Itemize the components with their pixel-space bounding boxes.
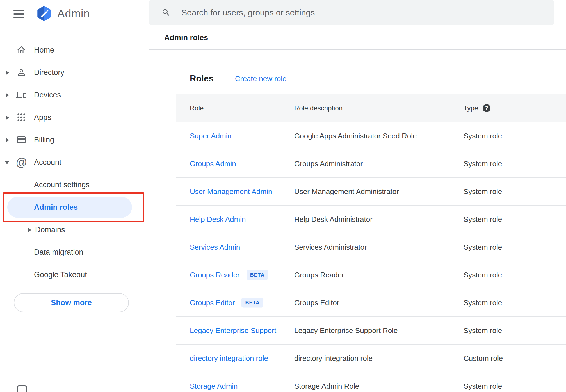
sidebar-item-account[interactable]: @ Account (0, 151, 149, 174)
role-description: Help Desk Administrator (294, 215, 373, 224)
sidebar-item-label: Google Takeout (34, 270, 87, 279)
role-description: Storage Admin Role (294, 382, 359, 391)
sidebar-item-domains[interactable]: Domains (0, 218, 149, 241)
sidebar-item-label: Account settings (34, 181, 90, 189)
show-more-button[interactable]: Show more (14, 293, 129, 312)
role-link[interactable]: Groups Editor (190, 298, 235, 307)
search-icon (161, 8, 171, 17)
help-icon[interactable]: ? (483, 104, 490, 112)
role-link[interactable]: Storage Admin (190, 382, 238, 391)
sidebar-item-apps[interactable]: Apps (0, 106, 149, 129)
chevron-right-icon[interactable] (6, 70, 9, 75)
credit-card-icon (16, 135, 26, 145)
role-description: directory integration role (294, 354, 373, 363)
column-header-type: Type ? (464, 104, 490, 112)
sidebar-item-directory[interactable]: Directory (0, 61, 149, 84)
roles-panel: Roles Create new role Role Role descript… (176, 63, 566, 392)
role-description: Groups Editor (294, 298, 339, 307)
table-row: Help Desk Admin Help Desk Administrator … (176, 205, 566, 233)
role-description: Groups Reader (294, 271, 344, 279)
sidebar-item-label: Billing (34, 136, 54, 144)
table-row: Services Admin Services Administrator Sy… (176, 233, 566, 261)
table-row: Groups Editor BETA Groups Editor System … (176, 289, 566, 316)
role-type: System role (464, 271, 502, 279)
sidebar-item-home[interactable]: Home (0, 39, 149, 61)
sidebar-item-label: Domains (35, 225, 65, 234)
table-row: Groups Reader BETA Groups Reader System … (176, 261, 566, 289)
breadcrumb: Admin roles (164, 33, 208, 42)
admin-hexagon-icon (35, 5, 53, 22)
table-row: User Management Admin User Management Ad… (176, 177, 566, 205)
table-row: Super Admin Google Apps Administrator Se… (176, 122, 566, 150)
sidebar-divider (0, 364, 149, 364)
sidebar-nav: Home Directory Devices Apps Billing (0, 39, 149, 286)
role-link[interactable]: Services Admin (190, 243, 240, 252)
role-link[interactable]: directory integration role (190, 354, 268, 363)
table-row: Storage Admin Storage Admin Role System … (176, 372, 566, 392)
sidebar-item-account-settings[interactable]: Account settings (0, 174, 149, 196)
role-type: System role (464, 215, 502, 224)
role-type: System role (464, 298, 502, 307)
role-link[interactable]: Groups Reader (190, 271, 240, 279)
role-type: System role (464, 243, 502, 252)
role-type: System role (464, 326, 502, 335)
sidebar-item-label: Directory (34, 68, 64, 77)
at-icon: @ (16, 156, 27, 169)
sidebar-item-label: Admin roles (34, 203, 78, 212)
beta-badge: BETA (241, 298, 263, 308)
role-type: System role (464, 187, 502, 196)
role-link[interactable]: User Management Admin (190, 187, 272, 196)
feedback-icon[interactable] (17, 385, 27, 392)
role-type: Custom role (464, 354, 503, 363)
role-type: System role (464, 132, 502, 140)
sidebar-item-billing[interactable]: Billing (0, 129, 149, 151)
table-row: directory integration role directory int… (176, 344, 566, 372)
beta-badge: BETA (247, 270, 268, 280)
header-divider (149, 49, 566, 50)
chevron-down-icon[interactable] (5, 161, 9, 164)
sidebar-item-label: Home (34, 46, 54, 54)
role-description: Services Administrator (294, 243, 367, 252)
role-link[interactable]: Groups Admin (190, 159, 236, 168)
role-link[interactable]: Super Admin (190, 132, 232, 140)
role-description: User Management Administrator (294, 187, 399, 196)
role-link[interactable]: Help Desk Admin (190, 215, 246, 224)
table-header: Role Role description Type ? (176, 94, 566, 122)
role-type: System role (464, 159, 502, 168)
sidebar-item-label: Devices (34, 91, 61, 99)
sidebar-item-label: Account (34, 158, 61, 167)
role-description: Groups Administrator (294, 159, 363, 168)
app-logo[interactable]: Admin (35, 2, 90, 25)
sidebar-item-label: Data migration (34, 248, 83, 257)
column-header-description: Role description (294, 104, 343, 112)
table-row: Groups Admin Groups Administrator System… (176, 150, 566, 177)
sidebar-item-label: Apps (34, 113, 51, 122)
home-icon (16, 45, 26, 55)
column-header-role: Role (190, 104, 204, 112)
app-title: Admin (57, 7, 90, 20)
sidebar-item-data-migration[interactable]: Data migration (0, 241, 149, 263)
show-more-label: Show more (51, 298, 92, 307)
sidebar-item-admin-roles[interactable]: Admin roles (0, 196, 149, 218)
create-new-role-link[interactable]: Create new role (235, 74, 287, 83)
sidebar-item-google-takeout[interactable]: Google Takeout (0, 263, 149, 286)
devices-icon (16, 90, 26, 100)
sidebar: Admin Home Directory Devices Apps (0, 0, 149, 392)
chevron-right-icon[interactable] (6, 115, 9, 120)
person-icon (16, 67, 26, 78)
apps-grid-icon (16, 112, 26, 122)
panel-title: Roles (190, 74, 213, 84)
role-link[interactable]: Legacy Enterprise Support (190, 326, 276, 335)
sidebar-item-devices[interactable]: Devices (0, 84, 149, 106)
chevron-right-icon[interactable] (28, 228, 31, 232)
roles-panel-header: Roles Create new role (176, 63, 566, 94)
chevron-right-icon[interactable] (6, 138, 9, 142)
search-input[interactable] (181, 8, 541, 18)
table-row: Legacy Enterprise Support Legacy Enterpr… (176, 316, 566, 344)
role-description: Google Apps Administrator Seed Role (294, 132, 417, 140)
search-bar[interactable] (149, 0, 554, 25)
role-type: System role (464, 382, 502, 391)
role-description: Legacy Enterprise Support Role (294, 326, 398, 335)
chevron-right-icon[interactable] (6, 93, 9, 97)
menu-icon[interactable] (13, 8, 26, 20)
